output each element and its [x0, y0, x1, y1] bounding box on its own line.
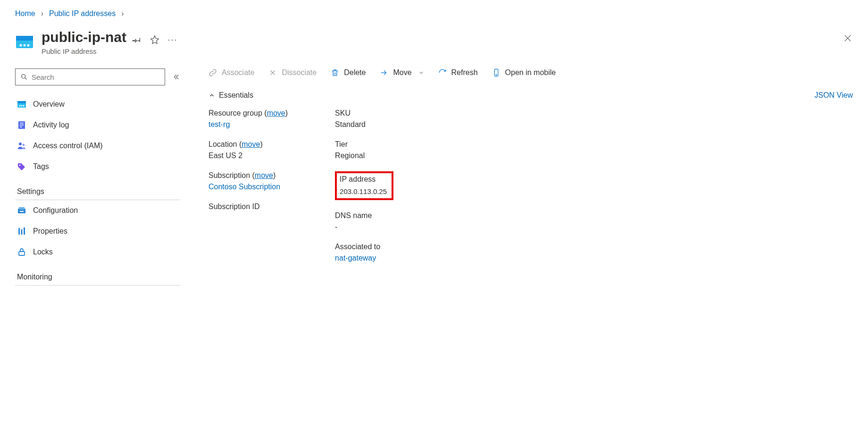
sidebar-item-tags[interactable]: Tags [15, 156, 180, 177]
sidebar-item-locks[interactable]: Locks [15, 242, 180, 262]
essentials-panel: Resource group (move) test-rg Location (… [209, 109, 853, 262]
move-link[interactable]: move [267, 109, 285, 117]
chevron-right-icon: › [41, 9, 43, 18]
sidebar-item-label: Overview [33, 100, 65, 109]
field-tier: Tier Regional [335, 140, 393, 160]
svg-rect-20 [20, 211, 24, 212]
breadcrumb-home[interactable]: Home [15, 9, 35, 18]
svg-rect-19 [19, 207, 25, 210]
svg-point-10 [23, 105, 25, 107]
svg-rect-12 [20, 123, 24, 124]
public-ip-icon [15, 32, 34, 51]
svg-point-5 [22, 75, 25, 78]
ip-address-highlight: IP address 203.0.113.0.25 [335, 171, 393, 200]
search-icon [20, 73, 28, 81]
field-subscription-id: Subscription ID [209, 202, 288, 211]
svg-rect-21 [18, 228, 20, 235]
json-view-link[interactable]: JSON View [814, 91, 853, 100]
arrow-right-icon [380, 68, 388, 77]
essentials-toggle[interactable]: Essentials [209, 91, 253, 100]
more-icon[interactable]: ··· [168, 35, 177, 44]
sidebar-item-configuration[interactable]: Configuration [15, 200, 180, 221]
field-location: Location (move) East US 2 [209, 140, 288, 160]
sidebar-item-activity-log[interactable]: Activity log [15, 115, 180, 135]
link-icon [209, 68, 217, 77]
resource-group-link[interactable]: test-rg [209, 120, 288, 129]
refresh-button[interactable]: Refresh [438, 68, 478, 77]
field-resource-group: Resource group (move) test-rg [209, 109, 288, 129]
svg-point-4 [27, 44, 30, 47]
sidebar-item-label: Activity log [33, 121, 69, 129]
move-link[interactable]: move [242, 140, 260, 148]
trash-icon [331, 68, 339, 77]
svg-point-8 [19, 105, 21, 107]
chevron-up-icon [209, 92, 215, 99]
associated-resource-link[interactable]: nat-gateway [335, 254, 393, 262]
dissociate-button: Dissociate [268, 68, 317, 77]
sidebar-item-overview[interactable]: Overview [15, 94, 180, 115]
sidebar-item-label: Locks [33, 248, 53, 256]
svg-point-16 [23, 144, 25, 146]
sidebar-item-label: Access control (IAM) [33, 142, 103, 150]
sidebar-item-access-control[interactable]: Access control (IAM) [15, 135, 180, 156]
svg-rect-24 [19, 252, 25, 255]
page-title: public-ip-nat [42, 29, 126, 45]
x-icon [268, 68, 277, 77]
content-pane: Associate Dissociate Delete Move Refresh [209, 68, 853, 286]
svg-rect-1 [16, 36, 33, 41]
pin-icon[interactable] [132, 35, 142, 44]
sidebar-section-monitoring: Monitoring [15, 267, 180, 286]
overview-icon [17, 100, 26, 109]
field-sku: SKU Standard [335, 109, 393, 129]
svg-rect-14 [20, 126, 22, 127]
command-bar: Associate Dissociate Delete Move Refresh [209, 68, 853, 77]
collapse-sidebar-icon[interactable] [172, 73, 180, 81]
properties-icon [17, 227, 26, 236]
svg-rect-23 [24, 227, 25, 235]
svg-rect-22 [21, 229, 23, 235]
close-button[interactable] [843, 33, 853, 43]
resource-type-label: Public IP address [42, 47, 177, 55]
mobile-icon [492, 68, 501, 77]
chevron-right-icon: › [121, 9, 124, 18]
svg-rect-7 [17, 101, 26, 103]
open-mobile-button[interactable]: Open in mobile [492, 68, 556, 77]
activity-log-icon [17, 120, 26, 130]
associate-button: Associate [209, 68, 254, 77]
sidebar-item-properties[interactable]: Properties [15, 221, 180, 242]
configuration-icon [17, 206, 26, 215]
svg-point-26 [496, 75, 497, 76]
move-link[interactable]: move [255, 171, 273, 179]
sidebar: Overview Activity log Access control (IA… [15, 68, 180, 286]
field-ip-address: IP address 203.0.113.0.25 [340, 175, 387, 195]
star-icon[interactable] [150, 35, 159, 44]
field-dns-name: DNS name - [335, 211, 393, 231]
refresh-icon [438, 68, 447, 77]
svg-rect-13 [20, 125, 24, 126]
tags-icon [17, 162, 26, 171]
field-subscription: Subscription (move) Contoso Subscription [209, 171, 288, 191]
page-header: public-ip-nat ··· Public IP address [15, 29, 853, 55]
chevron-down-icon [418, 70, 424, 76]
delete-button[interactable]: Delete [331, 68, 366, 77]
svg-point-15 [19, 143, 22, 145]
breadcrumb: Home › Public IP addresses › [15, 9, 853, 18]
sidebar-search[interactable] [15, 68, 165, 85]
search-input[interactable] [32, 73, 160, 81]
move-button[interactable]: Move [380, 68, 424, 77]
svg-point-2 [20, 44, 22, 47]
sidebar-item-label: Configuration [33, 206, 78, 215]
field-associated-to: Associated to nat-gateway [335, 243, 393, 262]
access-control-icon [17, 141, 26, 151]
sidebar-item-label: Tags [33, 162, 49, 171]
svg-point-9 [21, 105, 23, 107]
svg-point-17 [19, 165, 21, 166]
sidebar-item-label: Properties [33, 227, 67, 236]
svg-point-3 [24, 44, 26, 47]
breadcrumb-parent[interactable]: Public IP addresses [49, 9, 116, 18]
locks-icon [17, 247, 26, 257]
subscription-link[interactable]: Contoso Subscription [209, 183, 288, 191]
sidebar-section-settings: Settings [15, 182, 180, 200]
